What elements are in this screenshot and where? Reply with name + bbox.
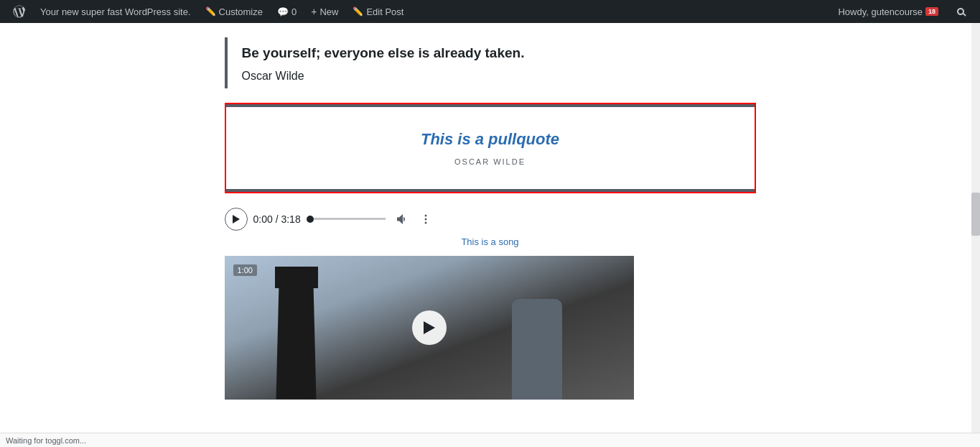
plus-icon: +: [311, 6, 317, 17]
content-wrapper: Be yourself; everyone else is already ta…: [210, 23, 770, 400]
blockquote-cite: Oscar Wilde: [242, 70, 756, 83]
adminbar-howdy[interactable]: Howdy, gutencourse 18: [831, 0, 946, 23]
audio-caption: This is a song: [225, 236, 756, 247]
tower-silhouette: [268, 285, 325, 400]
scrollbar-track[interactable]: [971, 23, 980, 428]
blockquote-block: Be yourself; everyone else is already ta…: [225, 37, 756, 88]
pullquote-wrapper[interactable]: This is a pullquote OSCAR WILDE: [225, 103, 756, 193]
adminbar-edit-post[interactable]: ✏️ Edit Post: [345, 0, 411, 23]
notification-badge: 18: [925, 7, 938, 16]
audio-time: 0:00 / 3:18: [253, 213, 301, 225]
pullquote-cite: OSCAR WILDE: [241, 157, 740, 166]
more-vertical-icon: [420, 213, 431, 225]
tower-top: [275, 267, 318, 288]
video-block[interactable]: 1:00: [225, 256, 634, 400]
audio-more-button[interactable]: [417, 211, 434, 228]
howdy-label: Howdy, gutencourse: [838, 6, 923, 17]
scrollbar-thumb[interactable]: [971, 193, 980, 236]
video-play-icon: [424, 321, 435, 334]
progress-track: [314, 218, 386, 220]
edit-icon: ✏️: [353, 6, 363, 17]
progress-dot: [307, 216, 314, 223]
video-duration-badge: 1:00: [233, 264, 257, 276]
svg-point-2: [424, 221, 426, 224]
pullquote-block: This is a pullquote OSCAR WILDE: [226, 104, 755, 192]
video-play-button[interactable]: [412, 310, 447, 345]
audio-play-button[interactable]: [225, 208, 248, 231]
adminbar-wp-logo[interactable]: [6, 0, 33, 23]
adminbar-new[interactable]: + New: [304, 0, 345, 23]
blockquote-text: Be yourself; everyone else is already ta…: [242, 43, 756, 64]
svg-point-1: [424, 218, 426, 220]
admin-bar: Your new super fast WordPress site. ✏️ C…: [0, 0, 980, 23]
new-label: New: [319, 6, 338, 17]
comments-count: 0: [291, 6, 297, 17]
site-name-label: Your new super fast WordPress site.: [40, 6, 191, 17]
edit-post-label: Edit Post: [366, 6, 403, 17]
customize-label: Customize: [219, 6, 263, 17]
customize-icon: ✏️: [205, 6, 216, 17]
statue-silhouette: [512, 299, 562, 400]
audio-player: 0:00 / 3:18: [225, 208, 756, 231]
adminbar-comments[interactable]: 💬 0: [270, 0, 304, 23]
wordpress-icon: [13, 5, 26, 18]
main-content: Be yourself; everyone else is already ta…: [0, 23, 980, 428]
search-icon: [956, 6, 967, 17]
play-icon: [233, 215, 240, 224]
adminbar-customize[interactable]: ✏️ Customize: [198, 0, 270, 23]
adminbar-site-name[interactable]: Your new super fast WordPress site.: [33, 0, 198, 23]
volume-icon: [395, 213, 408, 226]
audio-volume-button[interactable]: [391, 209, 411, 229]
svg-point-0: [424, 214, 426, 216]
comments-icon: 💬: [277, 6, 289, 17]
pullquote-text: This is a pullquote: [241, 130, 740, 149]
audio-progress-bar[interactable]: [307, 216, 386, 223]
adminbar-search[interactable]: [948, 0, 974, 23]
